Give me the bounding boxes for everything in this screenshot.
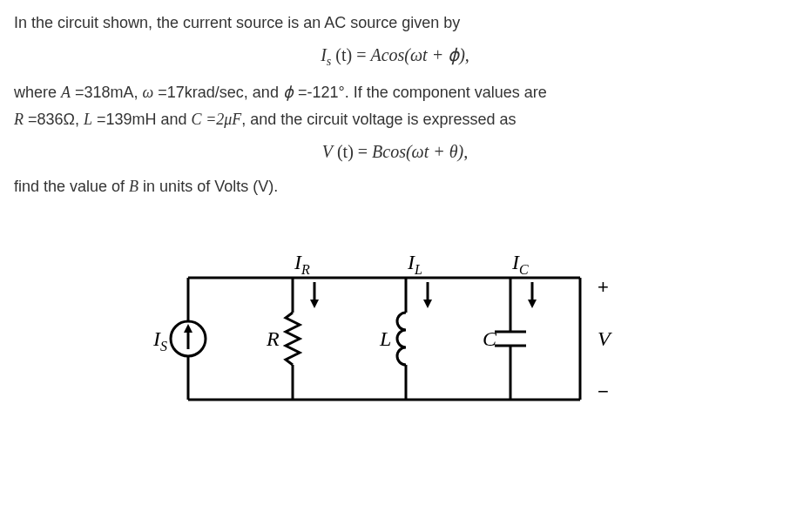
omega-value: =17krad/sec, and xyxy=(153,84,283,101)
minus-sign: − xyxy=(598,380,609,402)
eq2-t: (t) = xyxy=(333,142,372,161)
line2-suffix: . If the component values are xyxy=(345,84,547,101)
line2-prefix: where xyxy=(14,84,61,101)
text-intro: In the circuit shown, the current source… xyxy=(14,14,460,31)
IR-arrow-head-icon xyxy=(310,300,319,308)
resistor-icon xyxy=(286,313,300,365)
plus-sign: + xyxy=(598,276,609,298)
IR-label: IR xyxy=(294,251,310,277)
circuit-diagram: IS R IR L IL C IC + V − xyxy=(14,234,776,434)
Is-label: IS xyxy=(152,327,167,354)
A-symbol: A xyxy=(61,84,71,101)
inductor-icon xyxy=(397,313,406,365)
circuit-svg: IS R IR L IL C IC + V − xyxy=(145,234,667,434)
eq1-t: (t) = xyxy=(331,45,370,64)
line4-suffix: in units of Volts (V). xyxy=(138,178,278,195)
L-value: =139mH and xyxy=(92,111,192,128)
C-symbol: C xyxy=(192,111,202,128)
problem-line-4: find the value of B in units of Volts (V… xyxy=(14,174,776,199)
C-label: C xyxy=(483,327,497,350)
source-arrow-head-icon xyxy=(184,324,192,333)
eq1-lhs-I: I xyxy=(321,45,327,64)
phi-value: =-121° xyxy=(294,84,345,101)
R-label: R xyxy=(266,327,280,350)
eq1-rhs: Acos(ωt + ϕ), xyxy=(370,45,469,64)
B-symbol: B xyxy=(129,178,138,195)
C-value: =2μF xyxy=(202,111,242,128)
IC-label: IC xyxy=(511,251,529,277)
R-symbol: R xyxy=(14,111,24,128)
equation-current-source: Is (t) = Acos(ωt + ϕ), xyxy=(14,41,776,71)
eq2-rhs: Bcos(ωt + θ), xyxy=(372,142,468,161)
IL-arrow-head-icon xyxy=(423,300,432,308)
L-symbol: L xyxy=(84,111,92,128)
phi-symbol: ϕ xyxy=(283,84,294,101)
L-label: L xyxy=(379,327,391,350)
V-label: V xyxy=(598,327,612,350)
problem-line-2: where A =318mA, ω =17krad/sec, and ϕ =-1… xyxy=(14,80,776,105)
problem-line-3: R =836Ω, L =139mH and C =2μF, and the ci… xyxy=(14,107,776,132)
IC-arrow-head-icon xyxy=(528,300,537,308)
equation-voltage: V (t) = Bcos(ωt + θ), xyxy=(14,138,776,165)
A-value: =318mA, xyxy=(71,84,143,101)
eq2-lhs-V: V xyxy=(322,142,333,161)
line4-prefix: find the value of xyxy=(14,178,129,195)
IL-label: IL xyxy=(407,251,422,277)
problem-line-1: In the circuit shown, the current source… xyxy=(14,10,776,36)
line3-suffix: , and the circuit voltage is expressed a… xyxy=(241,111,516,128)
R-value: =836Ω, xyxy=(24,111,84,128)
omega-symbol: ω xyxy=(143,84,154,101)
